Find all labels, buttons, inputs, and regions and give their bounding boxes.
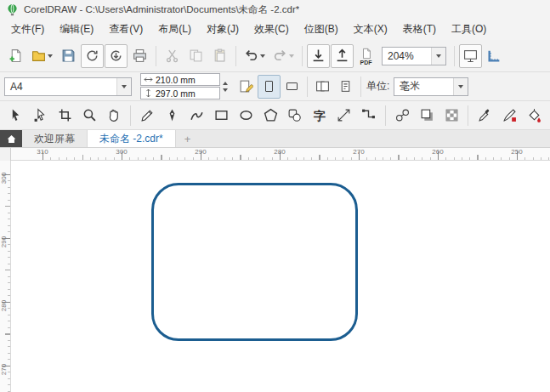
show-rulers-button[interactable] bbox=[483, 44, 506, 68]
menu-file[interactable]: 文件(F) bbox=[3, 19, 52, 40]
page-size-value: A4 bbox=[5, 78, 116, 95]
coreldraw-window: CorelDRAW - C:\Users\Administrator\Docum… bbox=[0, 0, 550, 392]
fill-bucket-icon bbox=[527, 108, 541, 122]
menu-effects[interactable]: 效果(C) bbox=[247, 19, 297, 40]
menu-tools[interactable]: 工具(O) bbox=[444, 19, 494, 40]
spinner-down-icon[interactable] bbox=[223, 88, 228, 92]
property-bar: A4 210.0 mm 297.0 mm bbox=[0, 72, 550, 101]
all-pages-button[interactable] bbox=[311, 75, 334, 99]
undo-dropdown-icon[interactable] bbox=[260, 54, 265, 58]
shape-tool[interactable] bbox=[29, 104, 52, 128]
text-tool-glyph: 字 bbox=[314, 110, 326, 122]
copy-button[interactable] bbox=[184, 44, 207, 68]
open-document-button[interactable] bbox=[28, 44, 56, 68]
page-size-combo[interactable]: A4 bbox=[4, 77, 132, 96]
redo-dropdown-icon[interactable] bbox=[289, 54, 294, 58]
menu-table[interactable]: 表格(T) bbox=[395, 19, 444, 40]
toolbar-separator bbox=[235, 46, 236, 66]
toolbar-separator bbox=[156, 46, 156, 66]
dimension-tool[interactable] bbox=[332, 104, 355, 128]
rectangle-tool[interactable] bbox=[210, 104, 233, 128]
units-chevron-down-icon[interactable] bbox=[453, 78, 468, 95]
units-combo[interactable]: 毫米 bbox=[394, 77, 468, 96]
page-size-chevron-down-icon[interactable] bbox=[116, 78, 131, 95]
menu-edit[interactable]: 编辑(E) bbox=[52, 19, 101, 40]
dimension-spinner[interactable] bbox=[223, 82, 228, 92]
page-height-field[interactable]: 297.0 mm bbox=[140, 87, 220, 99]
outline-pen-icon bbox=[502, 108, 517, 122]
new-tab-button[interactable]: + bbox=[176, 130, 200, 147]
paste-button[interactable] bbox=[208, 44, 231, 68]
publish-pdf-button[interactable]: PDF bbox=[354, 44, 377, 68]
zoom-level-combo[interactable]: 204% bbox=[382, 47, 446, 65]
fullscreen-preview-icon bbox=[463, 48, 478, 63]
spinner-up-icon[interactable] bbox=[223, 82, 228, 85]
menu-view[interactable]: 查看(V) bbox=[101, 19, 150, 40]
pick-tool[interactable] bbox=[4, 104, 27, 128]
pdf-label: PDF bbox=[360, 60, 372, 65]
standard-toolbar: PDF 204% bbox=[0, 40, 550, 72]
pan-tool[interactable] bbox=[102, 104, 125, 128]
page-width-field[interactable]: 210.0 mm bbox=[140, 73, 220, 86]
landscape-button[interactable] bbox=[281, 75, 303, 99]
redo-button[interactable] bbox=[269, 44, 298, 68]
open-from-cloud-button[interactable] bbox=[81, 44, 104, 68]
export-button[interactable] bbox=[331, 44, 354, 68]
pick-tool-icon bbox=[9, 108, 23, 122]
page-dimensions-group: 210.0 mm 297.0 mm bbox=[140, 73, 220, 99]
save-button[interactable] bbox=[57, 44, 80, 68]
rounded-rectangle-object[interactable] bbox=[151, 183, 358, 341]
ellipse-tool[interactable] bbox=[235, 104, 258, 128]
save-to-cloud-button[interactable] bbox=[105, 44, 128, 68]
cut-button[interactable] bbox=[161, 44, 184, 68]
drawing-canvas[interactable] bbox=[11, 161, 550, 392]
bezier-tool[interactable] bbox=[161, 104, 184, 128]
hruler-label: 280 bbox=[274, 148, 285, 156]
home-icon bbox=[6, 134, 17, 145]
menu-bitmaps[interactable]: 位图(B) bbox=[297, 19, 346, 40]
open-dropdown-icon[interactable] bbox=[48, 54, 53, 58]
blend-icon bbox=[395, 108, 410, 122]
import-button[interactable] bbox=[307, 44, 330, 68]
text-tool[interactable]: 字 bbox=[308, 104, 331, 128]
current-page-button[interactable] bbox=[334, 75, 357, 99]
menu-layout[interactable]: 布局(L) bbox=[150, 19, 199, 40]
drop-shadow-tool[interactable] bbox=[416, 104, 439, 128]
connector-icon bbox=[361, 108, 376, 122]
outline-pen-tool[interactable] bbox=[498, 104, 521, 128]
toolbox-separator bbox=[385, 105, 386, 126]
undo-button[interactable] bbox=[241, 44, 269, 68]
new-document-button[interactable] bbox=[4, 44, 27, 68]
portrait-button[interactable] bbox=[258, 75, 281, 99]
document-tabbar: 欢迎屏幕 未命名 -2.cdr* + bbox=[0, 130, 550, 148]
fullscreen-preview-button[interactable] bbox=[459, 44, 482, 68]
freehand-tool[interactable] bbox=[136, 104, 159, 128]
transparency-tool[interactable] bbox=[440, 104, 463, 128]
print-button[interactable] bbox=[128, 44, 151, 68]
menu-object[interactable]: 对象(J) bbox=[199, 19, 247, 40]
basic-shapes-tool[interactable] bbox=[283, 104, 306, 128]
tab-untitled-document[interactable]: 未命名 -2.cdr* bbox=[88, 130, 176, 147]
crop-tool[interactable] bbox=[54, 104, 77, 128]
pan-hand-icon bbox=[106, 108, 121, 122]
connector-tool[interactable] bbox=[357, 104, 380, 128]
zoom-chevron-down-icon[interactable] bbox=[431, 48, 445, 65]
polygon-tool[interactable] bbox=[259, 104, 282, 128]
home-button[interactable] bbox=[0, 130, 22, 147]
vertical-ruler[interactable]: 300 290 280 270 bbox=[0, 161, 11, 392]
ruler-origin-corner[interactable] bbox=[0, 148, 11, 161]
export-icon bbox=[335, 48, 349, 63]
hruler-label: 260 bbox=[432, 148, 443, 156]
artistic-media-tool[interactable] bbox=[185, 104, 208, 128]
eyedropper-tool[interactable] bbox=[473, 104, 496, 128]
zoom-tool[interactable] bbox=[78, 104, 101, 128]
page-options-button[interactable] bbox=[235, 75, 258, 99]
save-to-cloud-icon bbox=[109, 48, 123, 63]
blend-tool[interactable] bbox=[391, 104, 414, 128]
tab-welcome-screen[interactable]: 欢迎屏幕 bbox=[22, 130, 88, 147]
menu-text[interactable]: 文本(X) bbox=[346, 19, 395, 40]
import-icon bbox=[311, 48, 326, 63]
pdf-page-icon bbox=[360, 48, 372, 60]
interactive-fill-tool[interactable] bbox=[523, 104, 546, 128]
horizontal-ruler[interactable]: 310 300 290 280 270 260 250 bbox=[0, 148, 550, 161]
